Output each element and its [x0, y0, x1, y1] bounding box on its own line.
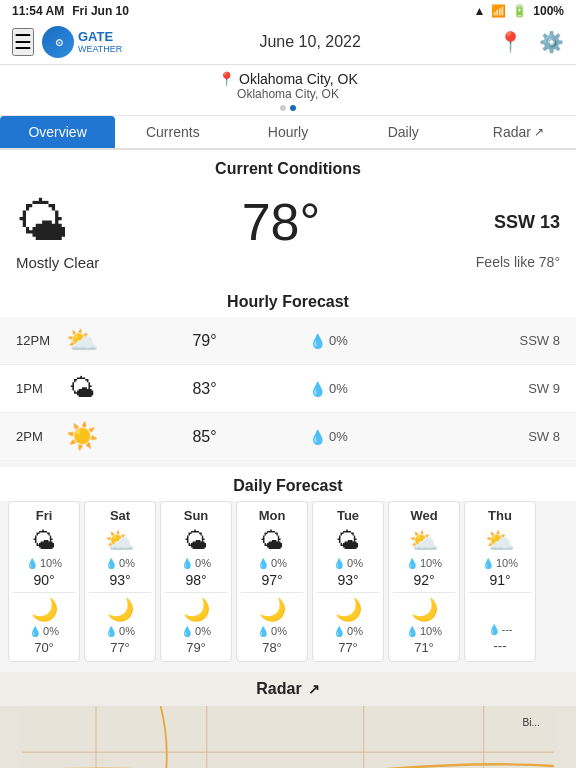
svg-text:Bi...: Bi... [522, 717, 539, 728]
hourly-forecast-header: Hourly Forecast [0, 283, 576, 317]
daily-separator [241, 592, 303, 593]
daily-hi-icon: ⛅ [89, 527, 151, 555]
tab-radar[interactable]: Radar ↗ [461, 116, 576, 148]
dot-2 [290, 105, 296, 111]
radar-map[interactable]: Edmond Bi... [0, 706, 576, 768]
hour-label: 2PM [16, 429, 56, 444]
hour-precip: 💧 0% [309, 381, 502, 397]
logo-circle: ⊙ [42, 26, 74, 58]
location-button[interactable]: 📍 [498, 30, 523, 54]
location-name: 📍 Oklahoma City, OK [4, 71, 572, 87]
hour-icon: ⛅ [64, 325, 100, 356]
daily-hi-temp: 98° [165, 572, 227, 588]
location-pin-icon: 📍 [218, 71, 235, 87]
radar-svg: Edmond Bi... [0, 706, 576, 768]
daily-hi-temp: 90° [13, 572, 75, 588]
table-row: Wed ⛅ 💧 10% 92° 🌙 💧 10% 71° [388, 501, 460, 662]
daily-lo-precip: 💧 0% [89, 625, 151, 637]
hour-wind: SSW 8 [510, 333, 560, 348]
daily-hi-temp: 97° [241, 572, 303, 588]
daily-hi-temp: 93° [89, 572, 151, 588]
hour-temp: 79° [108, 332, 301, 350]
menu-button[interactable]: ☰ [12, 28, 34, 56]
tab-currents[interactable]: Currents [115, 116, 230, 148]
table-row: Tue 🌤 💧 0% 93° 🌙 💧 0% 77° [312, 501, 384, 662]
current-conditions-panel: 🌤 78° SSW 13 Mostly Clear Feels like 78° [0, 184, 576, 283]
precip-drop-icon: 💧 [257, 558, 269, 569]
daily-lo-temp: --- [469, 638, 531, 653]
hour-precip: 💧 0% [309, 429, 502, 445]
daily-lo-temp: 77° [317, 640, 379, 655]
daily-day-label: Wed [393, 508, 455, 523]
precip-drop-icon: 💧 [488, 624, 500, 635]
daily-hi-precip: 💧 10% [469, 557, 531, 569]
hour-wind: SW 8 [510, 429, 560, 444]
precip-drop-icon: 💧 [29, 626, 41, 637]
nav-tabs: Overview Currents Hourly Daily Radar ↗ [0, 116, 576, 150]
precip-drop-icon: 💧 [309, 381, 326, 397]
daily-separator [469, 592, 531, 593]
daily-hi-precip: 💧 0% [317, 557, 379, 569]
settings-button[interactable]: ⚙️ [539, 30, 564, 54]
table-row: Thu ⛅ 💧 10% 91° 💧 --- --- [464, 501, 536, 662]
daily-hi-precip: 💧 10% [13, 557, 75, 569]
table-row: Sat ⛅ 💧 0% 93° 🌙 💧 0% 77° [84, 501, 156, 662]
battery-icon: 🔋 [512, 4, 527, 18]
precip-drop-icon: 💧 [309, 333, 326, 349]
daily-hi-icon: 🌤 [241, 527, 303, 555]
signal-icon: ▲ [473, 4, 485, 18]
tab-daily[interactable]: Daily [346, 116, 461, 148]
daily-lo-temp: 70° [13, 640, 75, 655]
radar-share-icon: ↗ [308, 681, 320, 697]
precip-drop-icon: 💧 [333, 558, 345, 569]
daily-lo-precip: 💧 0% [165, 625, 227, 637]
daily-separator [89, 592, 151, 593]
tab-hourly[interactable]: Hourly [230, 116, 345, 148]
daily-lo-icon: 🌙 [165, 597, 227, 623]
location-sub-text: Oklahoma City, OK [4, 87, 572, 101]
daily-day-label: Sat [89, 508, 151, 523]
hour-temp: 85° [108, 428, 301, 446]
daily-hi-precip: 💧 0% [89, 557, 151, 569]
daily-hi-precip: 💧 0% [241, 557, 303, 569]
precip-drop-icon: 💧 [482, 558, 494, 569]
radar-section: Radar ↗ Edmond Bi... [0, 672, 576, 768]
precip-drop-icon: 💧 [105, 558, 117, 569]
daily-lo-temp: 78° [241, 640, 303, 655]
daily-day-label: Thu [469, 508, 531, 523]
status-bar: 11:54 AM Fri Jun 10 ▲ 📶 🔋 100% [0, 0, 576, 22]
daily-section: Daily Forecast Fri 🌤 💧 10% 90° 🌙 💧 0% 70… [0, 461, 576, 672]
daily-forecast-header: Daily Forecast [0, 467, 576, 501]
date-title: June 10, 2022 [259, 33, 360, 51]
daily-lo-icon: 🌙 [241, 597, 303, 623]
hourly-rows: 12PM ⛅ 79° 💧 0% SSW 8 1PM 🌤 83° 💧 0% SW … [0, 317, 576, 461]
daily-lo-temp: 77° [89, 640, 151, 655]
svg-rect-0 [22, 706, 554, 768]
daily-hi-precip: 💧 10% [393, 557, 455, 569]
daily-hi-icon: ⛅ [469, 527, 531, 555]
feels-like: Feels like 78° [476, 254, 560, 271]
logo-text: GATE [78, 30, 122, 44]
current-conditions-header: Current Conditions [0, 150, 576, 184]
current-description: Mostly Clear [16, 254, 99, 271]
table-row: Fri 🌤 💧 10% 90° 🌙 💧 0% 70° [8, 501, 80, 662]
current-wind: SSW 13 [494, 212, 560, 233]
dot-1 [280, 105, 286, 111]
tab-overview[interactable]: Overview [0, 116, 115, 148]
daily-hi-icon: 🌤 [13, 527, 75, 555]
daily-hi-icon: 🌤 [317, 527, 379, 555]
list-item: 2PM ☀️ 85° 💧 0% SW 8 [0, 413, 576, 461]
daily-lo-icon: 🌙 [89, 597, 151, 623]
precip-drop-icon: 💧 [406, 558, 418, 569]
daily-separator [317, 592, 379, 593]
radar-label: Radar [256, 680, 301, 698]
top-action-icons: 📍 ⚙️ [498, 30, 564, 54]
daily-hi-temp: 91° [469, 572, 531, 588]
daily-separator [393, 592, 455, 593]
current-weather-icon: 🌤 [16, 192, 68, 252]
table-row: Mon 🌤 💧 0% 97° 🌙 💧 0% 78° [236, 501, 308, 662]
current-temperature: 78° [242, 192, 321, 252]
hour-precip: 💧 0% [309, 333, 502, 349]
radar-header: Radar ↗ [0, 672, 576, 706]
battery-pct: 100% [533, 4, 564, 18]
